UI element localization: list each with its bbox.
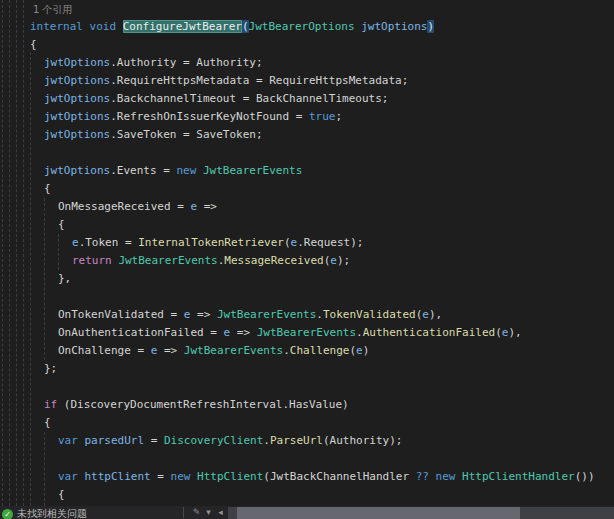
code-token-p: .Request); [297,236,363,249]
code-token-kc: if [44,398,57,411]
code-token-p: { [58,218,65,231]
code-token-p: (Authority); [323,434,402,447]
code-token-p: .Token = [79,236,139,249]
code-line[interactable]: internal void ConfigureJwtBearer(JwtBear… [0,18,614,36]
scroll-left-arrow-icon[interactable]: ◂ [214,506,227,519]
editor-bottom-bar: ✓ 未找到相关问题 ✎ ▾ ◂ [0,506,614,519]
code-line[interactable]: }, [0,270,614,288]
code-token-v: e [72,236,79,249]
code-token-k: var [58,434,78,447]
code-token-p: ; [335,110,342,123]
code-line[interactable]: { [0,216,614,234]
code-line[interactable]: { [0,36,614,54]
bottom-bar-separator [183,507,184,518]
code-line[interactable]: { [0,180,614,198]
code-token-v: e [330,254,337,267]
code-token-m: TokenValidated [323,308,416,321]
code-token-p [429,470,436,483]
code-line[interactable]: jwtOptions.Authority = Authority; [0,54,614,72]
code-token-v: jwtOptions [44,74,110,87]
code-token-t: JwtBearerEvents [203,164,302,177]
code-token-p: ()) [575,470,595,483]
code-token-t: JwtBearerEvents [118,254,217,267]
code-token-kc: return [72,254,112,267]
code-token-p: .Authority = Authority; [110,56,262,69]
code-token-v: parsedUrl [85,434,145,447]
code-token-br: ( [242,20,249,33]
code-token-v: jwtOptions [44,110,110,123]
code-line[interactable]: if (DiscoveryDocumentRefreshInterval.Has… [0,396,614,414]
code-token-p: ), [429,308,442,321]
code-line[interactable]: var parsedUrl = DiscoveryClient.ParseUrl… [0,432,614,450]
code-lines: internal void ConfigureJwtBearer(JwtBear… [0,18,614,519]
code-token-p: { [30,38,37,51]
code-token-p: = [144,434,164,447]
code-line[interactable]: jwtOptions.RequireHttpsMetadata = Requir… [0,72,614,90]
code-token-p: .SaveToken = SaveToken; [110,128,262,141]
code-token-sel: ConfigureJwtBearer [123,20,242,33]
code-line[interactable] [0,378,614,396]
code-token-p: . [263,434,270,447]
code-token-p: .RefreshOnIssuerKeyNotFound = [110,110,309,123]
code-token-p: .Events = [110,164,176,177]
code-token-m: MessageReceived [224,254,323,267]
code-token-t: DiscoveryClient [164,434,263,447]
code-token-v: e [422,308,429,321]
code-line[interactable] [0,144,614,162]
code-token-p: (DiscoveryDocumentRefreshInterval.HasVal… [57,398,348,411]
code-token-p: => [157,344,184,357]
code-line[interactable]: OnTokenValidated = e => JwtBearerEvents.… [0,306,614,324]
code-line[interactable] [0,288,614,306]
code-token-t: JwtBearerEvents [257,326,356,339]
code-token-p: . [356,326,363,339]
code-line[interactable]: e.Token = InternalTokenRetriever(e.Reque… [0,234,614,252]
code-line[interactable]: OnChallenge = e => JwtBearerEvents.Chall… [0,342,614,360]
code-line[interactable]: { [0,414,614,432]
health-check-icon: ✓ [2,509,13,519]
code-line[interactable]: OnMessageReceived = e => [0,198,614,216]
code-token-v: httpClient [85,470,151,483]
code-token-m: Challenge [290,344,350,357]
code-line[interactable]: { [0,486,614,504]
code-line[interactable]: jwtOptions.Events = new JwtBearerEvents [0,162,614,180]
code-token-t: JwtBearerEvents [184,344,283,357]
code-token-p: }; [44,362,57,375]
code-token-p: OnChallenge = [58,344,151,357]
code-token-p: .BackchannelTimeout = BackChannelTimeout… [110,92,388,105]
code-token-k: new [176,164,196,177]
code-token-t: HttpClientHandler [462,470,575,483]
code-token-p: { [44,182,51,195]
code-token-m: AuthenticationFailed [363,326,495,339]
code-token-v: e [356,344,363,357]
horizontal-scrollbar-thumb[interactable] [237,507,520,519]
code-line[interactable] [0,450,614,468]
code-token-k: internal void [30,20,123,33]
code-token-p: ( [495,326,502,339]
code-token-p [78,470,85,483]
code-line[interactable]: jwtOptions.SaveToken = SaveToken; [0,126,614,144]
code-token-p: .RequireHttpsMetadata = RequireHttpsMeta… [110,74,408,87]
code-token-m: InternalTokenRetriever [138,236,284,249]
code-token-v: jwtOptions [44,128,110,141]
code-token-t: HttpClient [197,470,263,483]
code-token-t: JwtBearerOptions [249,20,355,33]
codelens-references[interactable]: 1 个引用 [33,3,73,17]
code-token-p: ( [284,236,291,249]
horizontal-scrollbar[interactable] [228,507,614,519]
code-token-v: jwtOptions [361,20,427,33]
code-token-v: jwtOptions [44,92,110,105]
code-token-p [196,164,203,177]
code-editor[interactable]: 1 个引用 internal void ConfigureJwtBearer(J… [0,0,614,519]
code-health-indicator[interactable]: ✓ 未找到相关问题 [2,507,87,519]
code-line[interactable]: OnAuthenticationFailed = e => JwtBearerE… [0,324,614,342]
code-line[interactable]: jwtOptions.BackchannelTimeout = BackChan… [0,90,614,108]
code-token-p [78,434,85,447]
code-line[interactable]: jwtOptions.RefreshOnIssuerKeyNotFound = … [0,108,614,126]
code-token-p: (JwtBackChannelHandler [263,470,415,483]
code-line[interactable]: var httpClient = new HttpClient(JwtBackC… [0,468,614,486]
code-token-p: => [190,308,217,321]
code-line[interactable]: }; [0,360,614,378]
code-token-p: OnTokenValidated = [58,308,184,321]
code-token-p: { [58,488,65,501]
code-line[interactable]: return JwtBearerEvents.MessageReceived(e… [0,252,614,270]
